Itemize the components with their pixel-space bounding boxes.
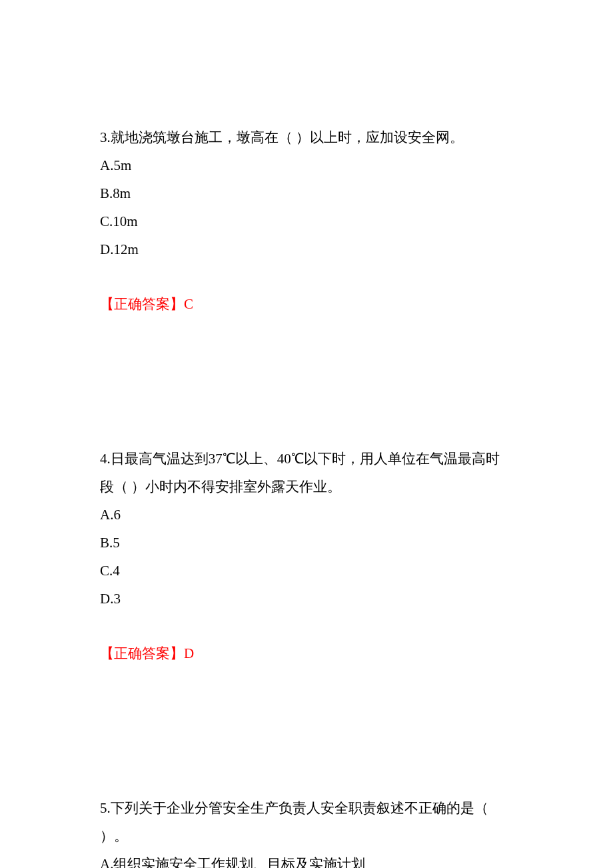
answer-label: 【正确答案】: [100, 645, 184, 661]
option-a: A.组织实施安全工作规划、目标及实施计划: [100, 850, 513, 868]
question-body: 日最高气温达到37℃以上、40℃以下时，用人单位在气温最高时段（ ）小时内不得安…: [100, 451, 500, 495]
question-body: 下列关于企业分管安全生产负责人安全职责叙述不正确的是（ ）。: [100, 800, 488, 844]
question-block-3: 3.就地浇筑墩台施工，墩高在（ ）以上时，应加设安全网。 A.5m B.8m C…: [100, 123, 513, 318]
question-text: 4.日最高气温达到37℃以上、40℃以下时，用人单位在气温最高时段（ ）小时内不…: [100, 445, 513, 501]
question-text: 5.下列关于企业分管安全生产负责人安全职责叙述不正确的是（ ）。: [100, 794, 513, 850]
correct-answer: 【正确答案】C: [100, 290, 513, 318]
question-number: 4.: [100, 451, 111, 467]
question-number: 5.: [100, 800, 111, 816]
option-a: A.6: [100, 501, 513, 529]
answer-label: 【正确答案】: [100, 296, 184, 312]
question-block-4: 4.日最高气温达到37℃以上、40℃以下时，用人单位在气温最高时段（ ）小时内不…: [100, 445, 513, 667]
spacer: [100, 721, 513, 794]
option-b: B.8m: [100, 179, 513, 207]
correct-answer: 【正确答案】D: [100, 639, 513, 667]
option-c: C.4: [100, 557, 513, 585]
question-number: 3.: [100, 129, 111, 145]
option-d: D.3: [100, 585, 513, 613]
option-c: C.10m: [100, 207, 513, 235]
answer-value: C: [184, 296, 193, 312]
question-body: 就地浇筑墩台施工，墩高在（ ）以上时，应加设安全网。: [111, 129, 464, 145]
spacer: [100, 371, 513, 445]
option-a: A.5m: [100, 151, 513, 179]
question-text: 3.就地浇筑墩台施工，墩高在（ ）以上时，应加设安全网。: [100, 123, 513, 151]
option-d: D.12m: [100, 235, 513, 263]
option-b: B.5: [100, 529, 513, 557]
question-block-5: 5.下列关于企业分管安全生产负责人安全职责叙述不正确的是（ ）。 A.组织实施安…: [100, 794, 513, 868]
answer-value: D: [184, 645, 194, 661]
